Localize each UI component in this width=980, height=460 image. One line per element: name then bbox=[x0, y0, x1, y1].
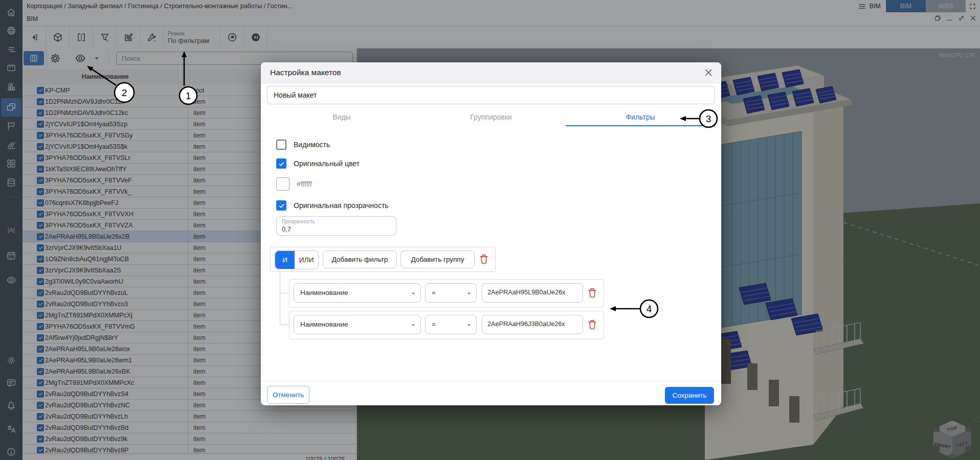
opacity-value: 0,7 bbox=[282, 225, 291, 233]
trash-icon bbox=[586, 287, 598, 299]
checkbox[interactable] bbox=[276, 140, 286, 150]
application-window: [A] Корпорация / Западный филиал / Гости… bbox=[0, 0, 980, 460]
layout-settings-dialog: Настройка макетов ВидыГруппировкиФильтры… bbox=[261, 62, 721, 405]
trash-icon bbox=[586, 318, 598, 331]
and-option[interactable]: И bbox=[275, 251, 295, 269]
save-button[interactable]: Сохранить bbox=[665, 387, 714, 404]
checkbox-row: #ffffff bbox=[276, 177, 312, 191]
dialog-tab-inactive[interactable]: Группировки bbox=[416, 108, 566, 126]
and-or-toggle: И ИЛИ bbox=[275, 250, 319, 269]
filter-field-select[interactable]: Наименование bbox=[294, 315, 421, 334]
filter-condition-row: Наименование=2AePRAaH96J3B0aUe26x bbox=[289, 311, 604, 339]
trash-icon bbox=[478, 253, 490, 265]
close-icon bbox=[703, 67, 714, 78]
opacity-label: Прозрачность bbox=[282, 219, 315, 224]
filter-condition-row: Наименование=2AePRAaH95L9B0aUe26x bbox=[289, 279, 604, 308]
delete-group-button[interactable] bbox=[478, 253, 490, 265]
opacity-input[interactable]: Прозрачность 0,7 bbox=[276, 216, 396, 236]
filter-operator-select[interactable]: = bbox=[425, 315, 477, 334]
dialog-close-button[interactable] bbox=[703, 67, 714, 78]
filter-group-header: И ИЛИ Добавить фильтр Добавить группу bbox=[270, 247, 496, 272]
checkbox-label: #ffffff bbox=[297, 180, 312, 188]
checkbox[interactable] bbox=[276, 158, 286, 169]
checkbox-label: Оригинальная прозрачность bbox=[294, 201, 389, 210]
filter-operator-select[interactable]: = bbox=[425, 283, 477, 303]
dialog-tabs: ВидыГруппировкиФильтры bbox=[267, 108, 715, 126]
delete-filter-button[interactable] bbox=[586, 318, 598, 331]
dialog-tab-inactive[interactable]: Виды bbox=[267, 108, 416, 126]
checkbox-row: Оригинальная прозрачность bbox=[276, 200, 389, 211]
checkbox-label: Оригинальный цвет bbox=[294, 159, 360, 168]
or-option[interactable]: ИЛИ bbox=[295, 251, 318, 269]
checkbox-row: Видимость bbox=[276, 140, 330, 150]
delete-filter-button[interactable] bbox=[586, 287, 598, 299]
dialog-tab-active[interactable]: Фильтры bbox=[566, 108, 715, 126]
checkbox-label: Видимость bbox=[294, 141, 330, 149]
filter-value-input[interactable]: 2AePRAaH96J3B0aUe26x bbox=[482, 315, 583, 334]
filter-value-input[interactable]: 2AePRAaH95L9B0aUe26x bbox=[482, 283, 583, 303]
color-swatch-checkbox[interactable] bbox=[276, 177, 289, 191]
cancel-button[interactable]: Отменить bbox=[267, 386, 309, 404]
add-filter-button[interactable]: Добавить фильтр bbox=[323, 250, 397, 268]
filter-field-select[interactable]: Наименование bbox=[294, 283, 421, 303]
dialog-header: Настройка макетов bbox=[261, 62, 721, 83]
add-group-button[interactable]: Добавить группу bbox=[400, 250, 475, 268]
dialog-title: Настройка макетов bbox=[270, 68, 341, 77]
checkbox[interactable] bbox=[276, 200, 286, 211]
checkbox-row: Оригинальный цвет bbox=[276, 158, 360, 169]
layout-name-input[interactable] bbox=[267, 86, 715, 104]
